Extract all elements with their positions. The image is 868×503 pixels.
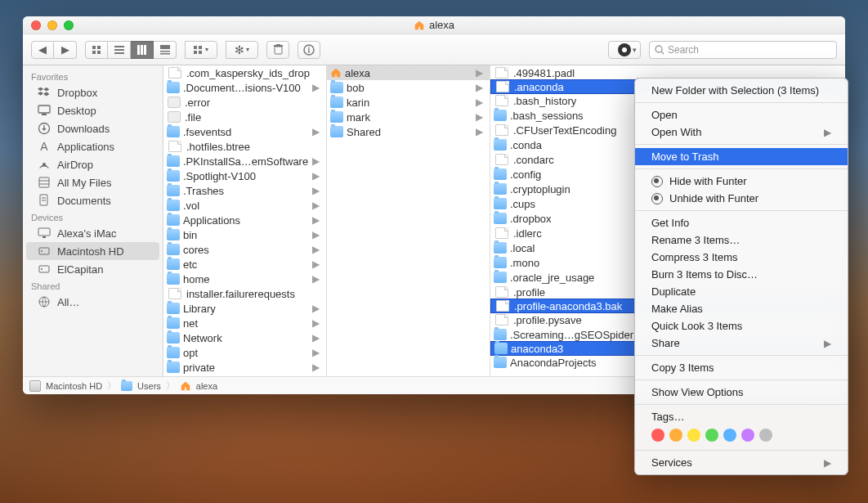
menu-item-services[interactable]: Services▶ <box>635 454 848 471</box>
forward-button[interactable]: ▶ <box>54 41 77 59</box>
file-label: karin <box>347 97 369 109</box>
menu-item[interactable]: Show View Options <box>635 384 848 401</box>
menu-item[interactable]: Copy 3 Items <box>635 359 848 376</box>
menu-item[interactable]: Quick Look 3 Items <box>635 317 848 335</box>
desktop-icon <box>38 104 51 117</box>
path-label[interactable]: alexa <box>196 381 217 391</box>
menu-item[interactable]: Rename 3 Items… <box>635 231 848 249</box>
file-row[interactable]: .Spotlight-V100▶ <box>163 168 326 183</box>
path-label[interactable]: Users <box>137 381 161 391</box>
file-row[interactable]: cores▶ <box>163 242 326 257</box>
info-button[interactable]: i <box>298 41 320 59</box>
menu-item[interactable]: Hide with Funter <box>635 173 848 190</box>
tag-color[interactable] <box>687 429 700 442</box>
tag-color[interactable] <box>723 429 736 442</box>
svg-rect-5 <box>114 49 124 51</box>
menu-item[interactable]: Move to Trash <box>635 148 848 165</box>
sidebar-item[interactable]: Documents <box>23 191 163 209</box>
arrange-button[interactable]: ▾ <box>185 41 217 59</box>
menu-item-label: Compress 3 Items <box>651 251 737 263</box>
menu-item[interactable]: Unhide with Funter <box>635 190 848 207</box>
menu-item[interactable]: Duplicate <box>635 283 848 300</box>
menu-item[interactable]: Compress 3 Items <box>635 249 848 266</box>
sidebar-item[interactable]: ElCapitan <box>23 260 163 278</box>
sidebar-item[interactable]: Macintosh HD <box>26 242 159 260</box>
sidebar-item[interactable]: AirDrop <box>23 155 163 173</box>
file-row[interactable]: .Document…isions-V100▶ <box>163 80 326 95</box>
file-row[interactable]: .PKInstallSa…emSoftware▶ <box>163 154 326 168</box>
file-row[interactable]: Shared▶ <box>327 124 490 139</box>
path-label[interactable]: Macintosh HD <box>46 381 102 391</box>
folder-icon <box>330 82 343 93</box>
path-separator: 〉 <box>166 379 175 392</box>
menu-item-label: Show View Options <box>651 386 744 398</box>
file-row[interactable]: .com_kaspersky_ids_drop <box>163 65 326 80</box>
menu-item[interactable]: Tags… <box>635 408 848 425</box>
file-row[interactable]: .fseventsd▶ <box>163 124 326 139</box>
tag-color[interactable] <box>759 429 772 442</box>
column[interactable]: alexa▶bob▶karin▶mark▶Shared▶ <box>327 65 490 376</box>
zoom-button[interactable] <box>64 20 74 30</box>
sidebar-item[interactable]: All… <box>23 293 163 311</box>
file-row[interactable]: net▶ <box>163 316 326 330</box>
file-row[interactable]: Applications▶ <box>163 213 326 227</box>
file-row[interactable]: .hotfiles.btree <box>163 139 326 154</box>
tag-color[interactable] <box>705 429 718 442</box>
file-label: .config <box>510 168 541 181</box>
file-label: installer.failurerequests <box>186 288 295 300</box>
menu-item[interactable]: Make Alias <box>635 300 848 317</box>
list-view-button[interactable] <box>108 41 131 59</box>
action-button[interactable]: ✻▾ <box>226 41 258 59</box>
sidebar-item[interactable]: Downloads <box>23 119 163 137</box>
file-row[interactable]: bin▶ <box>163 227 326 242</box>
coverflow-view-button[interactable] <box>154 41 177 59</box>
file-row[interactable]: opt▶ <box>163 345 326 360</box>
icon-view-button[interactable] <box>85 41 108 59</box>
tag-color[interactable] <box>741 429 754 442</box>
close-button[interactable] <box>31 20 41 30</box>
file-label: .file <box>185 111 201 124</box>
sidebar-item[interactable]: All My Files <box>23 173 163 191</box>
folder-icon <box>121 381 132 391</box>
column[interactable]: .com_kaspersky_ids_drop.Document…isions-… <box>163 65 327 376</box>
file-label: .mono <box>510 257 539 269</box>
menu-item[interactable]: Open <box>635 106 848 124</box>
trash-toolbar-button[interactable] <box>266 41 289 59</box>
file-row[interactable]: etc▶ <box>163 257 326 272</box>
svg-line-23 <box>661 52 664 54</box>
menu-item[interactable]: Open With▶ <box>635 124 848 141</box>
tag-color[interactable] <box>651 429 664 442</box>
sidebar-item[interactable]: AApplications <box>23 137 163 155</box>
funter-button[interactable]: ▾ <box>608 41 641 59</box>
file-row[interactable]: installer.failurerequests <box>163 286 326 301</box>
file-row[interactable]: home▶ <box>163 272 326 286</box>
file-row[interactable]: .Trashes▶ <box>163 183 326 198</box>
minimize-button[interactable] <box>47 20 57 30</box>
file-row[interactable]: karin▶ <box>327 95 490 110</box>
file-row[interactable]: Network▶ <box>163 330 326 345</box>
menu-item[interactable]: Get Info <box>635 214 848 231</box>
file-row[interactable]: alexa▶ <box>327 65 490 80</box>
file-row[interactable]: .error <box>163 95 326 110</box>
file-label: Applications <box>183 214 240 227</box>
sidebar-item[interactable]: Alexa's iMac <box>23 224 163 242</box>
titlebar[interactable]: alexa <box>23 16 845 34</box>
sidebar-item[interactable]: Dropbox <box>23 83 163 101</box>
menu-item[interactable]: Burn 3 Items to Disc… <box>635 266 848 283</box>
file-row[interactable]: bob▶ <box>327 80 490 95</box>
file-label: .anaconda <box>514 81 564 93</box>
file-row[interactable]: mark▶ <box>327 110 490 124</box>
sidebar-item-label: Downloads <box>57 123 110 135</box>
file-row[interactable]: .vol▶ <box>163 198 326 213</box>
file-row[interactable]: private▶ <box>163 360 326 375</box>
column-view-button[interactable] <box>131 41 154 59</box>
menu-item[interactable]: New Folder with Selection (3 Items) <box>635 82 848 99</box>
file-row[interactable]: .file <box>163 110 326 124</box>
sidebar-item[interactable]: Desktop <box>23 101 163 119</box>
folder-icon <box>167 214 180 226</box>
file-row[interactable]: Library▶ <box>163 301 326 316</box>
back-button[interactable]: ◀ <box>31 41 54 59</box>
menu-item[interactable]: Share▶ <box>635 335 848 352</box>
search-field[interactable]: Search <box>649 41 837 59</box>
tag-color[interactable] <box>669 429 682 442</box>
